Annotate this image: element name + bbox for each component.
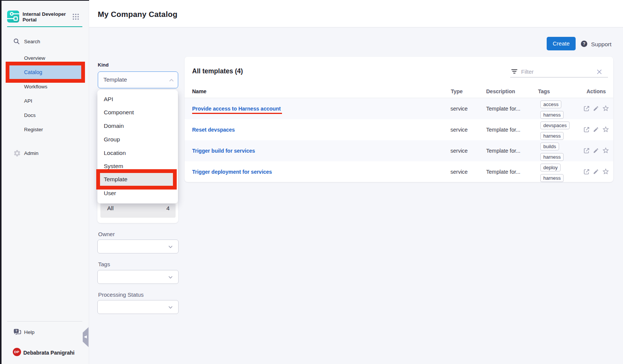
svg-text:?: ? xyxy=(15,329,17,333)
